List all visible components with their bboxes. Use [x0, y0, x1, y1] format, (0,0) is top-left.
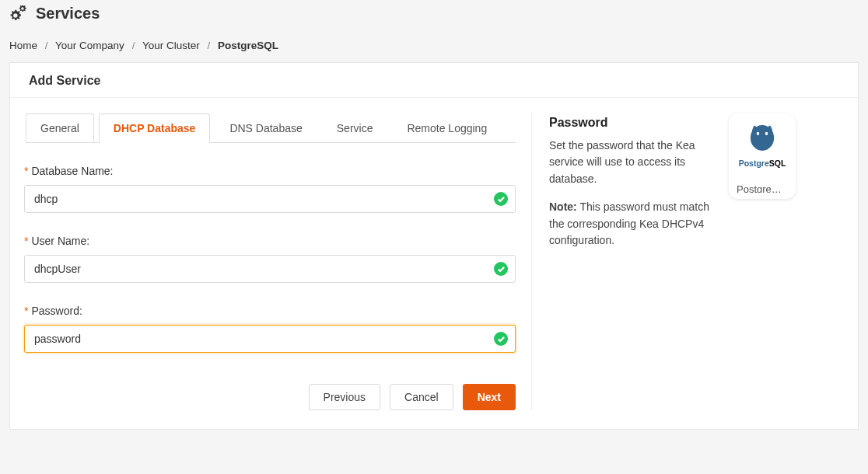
- required-marker: *: [24, 165, 28, 177]
- button-row: Previous Cancel Next: [24, 384, 516, 410]
- required-marker: *: [24, 235, 28, 247]
- svg-point-1: [757, 132, 759, 135]
- breadcrumb-cluster[interactable]: Your Cluster: [142, 40, 200, 51]
- gears-icon: [9, 5, 30, 23]
- valid-icon: [494, 332, 508, 346]
- label-text: Password:: [31, 305, 82, 317]
- breadcrumb-sep: /: [40, 40, 53, 51]
- help-body: Set the password that the Kea service wi…: [549, 138, 716, 188]
- page-header: Services: [9, 0, 859, 26]
- postgresql-icon: [745, 120, 779, 154]
- postgresql-wordmark: PostgreSQL: [739, 159, 786, 168]
- tab-general[interactable]: General: [26, 113, 94, 142]
- next-button[interactable]: Next: [463, 384, 516, 410]
- breadcrumb-sep: /: [202, 40, 215, 51]
- breadcrumb: Home / Your Company / Your Cluster / Pos…: [9, 26, 859, 62]
- help-note-label: Note:: [549, 200, 577, 213]
- label-user-name: *User Name:: [24, 235, 516, 247]
- label-text: Database Name:: [31, 165, 113, 177]
- cancel-button[interactable]: Cancel: [390, 384, 453, 410]
- tabs: General DHCP Database DNS Database Servi…: [26, 113, 516, 143]
- tab-dns-database[interactable]: DNS Database: [215, 113, 317, 142]
- breadcrumb-sep: /: [128, 40, 140, 51]
- field-password: *Password:: [24, 305, 516, 353]
- help-panel: Password Set the password that the Kea s…: [549, 113, 716, 410]
- required-marker: *: [24, 305, 28, 317]
- panel: Add Service General DHCP Database DNS Da…: [9, 62, 859, 430]
- main-column: General DHCP Database DNS Database Servi…: [24, 113, 516, 410]
- user-name-input[interactable]: [24, 255, 516, 283]
- svg-point-2: [765, 132, 768, 135]
- valid-icon: [494, 262, 508, 276]
- panel-title: Add Service: [10, 63, 858, 98]
- password-input[interactable]: [24, 325, 516, 353]
- tab-remote-logging[interactable]: Remote Logging: [392, 113, 502, 142]
- label-database-name: *Database Name:: [24, 165, 516, 177]
- field-user-name: *User Name:: [24, 235, 516, 283]
- side-column: Password Set the password that the Kea s…: [531, 113, 796, 410]
- help-title: Password: [549, 113, 716, 133]
- field-database-name: *Database Name:: [24, 165, 516, 213]
- breadcrumb-company[interactable]: Your Company: [55, 40, 124, 51]
- postgresql-label: PostgreSQL: [732, 183, 793, 193]
- breadcrumb-current: PostgreSQL: [218, 40, 278, 51]
- label-password: *Password:: [24, 305, 516, 317]
- label-text: User Name:: [31, 235, 89, 247]
- page-title: Services: [36, 5, 100, 23]
- help-note: Note: This password must match the corre…: [549, 199, 716, 249]
- tab-dhcp-database[interactable]: DHCP Database: [99, 113, 211, 142]
- database-name-input[interactable]: [24, 185, 516, 213]
- breadcrumb-home[interactable]: Home: [9, 40, 37, 51]
- previous-button[interactable]: Previous: [309, 384, 380, 410]
- tab-service[interactable]: Service: [322, 113, 388, 142]
- postgresql-card[interactable]: PostgreSQL PostgreSQL: [729, 113, 796, 199]
- valid-icon: [494, 192, 508, 206]
